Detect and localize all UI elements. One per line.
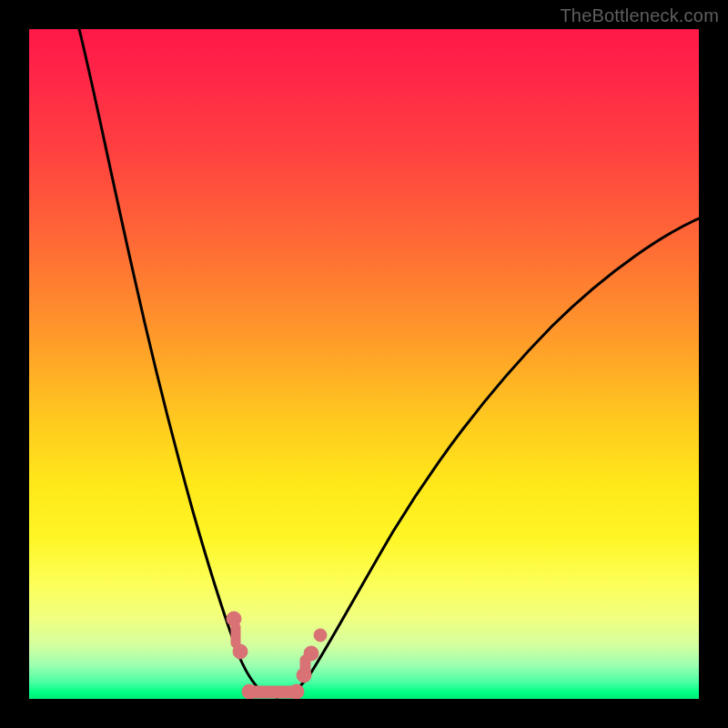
chart-frame: TheBottleneck.com	[0, 0, 728, 728]
curve-left-branch	[79, 29, 277, 697]
trough-marker-group	[227, 612, 327, 699]
svg-point-9	[314, 629, 327, 642]
plot-area	[29, 29, 699, 699]
svg-point-5	[289, 684, 304, 699]
svg-point-8	[304, 646, 318, 661]
svg-point-2	[233, 644, 248, 659]
svg-point-4	[242, 684, 257, 699]
curve-right-branch	[277, 218, 699, 697]
watermark-text: TheBottleneck.com	[560, 5, 719, 26]
bottleneck-curve	[29, 29, 699, 699]
